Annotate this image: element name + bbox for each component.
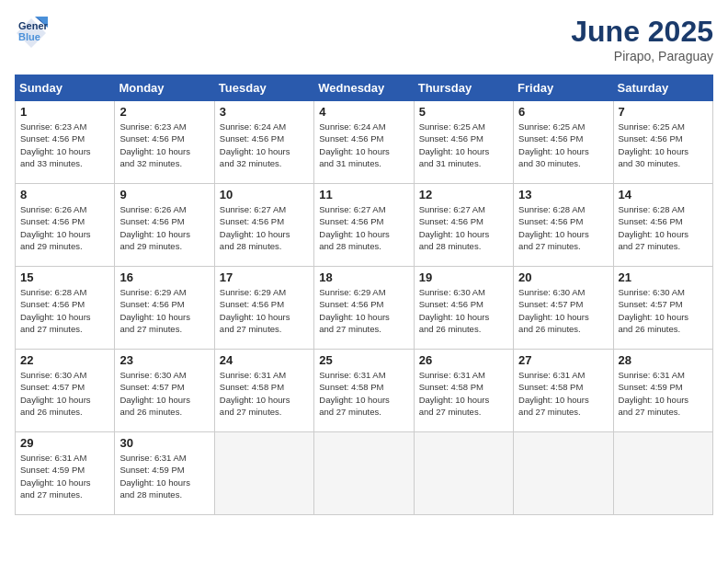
table-row: 4Sunrise: 6:24 AM Sunset: 4:56 PM Daylig… [314,101,414,184]
day-info: Sunrise: 6:30 AM Sunset: 4:57 PM Dayligh… [20,369,109,418]
day-number: 28 [619,353,708,367]
logo-icon: General Blue [15,15,48,48]
table-row [613,432,712,515]
table-row: 8Sunrise: 6:26 AM Sunset: 4:56 PM Daylig… [16,184,115,267]
col-wednesday: Wednesday [314,75,414,101]
day-number: 18 [319,270,408,284]
table-row: 18Sunrise: 6:29 AM Sunset: 4:56 PM Dayli… [314,267,414,350]
table-row: 11Sunrise: 6:27 AM Sunset: 4:56 PM Dayli… [314,184,414,267]
day-number: 26 [419,353,508,367]
table-row: 1Sunrise: 6:23 AM Sunset: 4:56 PM Daylig… [16,101,115,184]
col-tuesday: Tuesday [214,75,313,101]
day-number: 15 [20,270,109,284]
month-year: June 2025 [571,15,713,49]
day-number: 2 [119,105,209,119]
day-number: 24 [220,353,309,367]
day-info: Sunrise: 6:25 AM Sunset: 4:56 PM Dayligh… [518,121,608,169]
day-number: 27 [518,353,608,367]
day-info: Sunrise: 6:31 AM Sunset: 4:59 PM Dayligh… [119,452,209,500]
day-info: Sunrise: 6:27 AM Sunset: 4:56 PM Dayligh… [419,203,508,252]
table-row [314,432,414,515]
table-row: 7Sunrise: 6:25 AM Sunset: 4:56 PM Daylig… [613,101,712,184]
day-number: 22 [20,353,109,367]
day-number: 16 [119,270,209,284]
day-info: Sunrise: 6:26 AM Sunset: 4:56 PM Dayligh… [119,203,209,252]
calendar-row: 1Sunrise: 6:23 AM Sunset: 4:56 PM Daylig… [16,101,713,184]
day-number: 23 [119,353,209,367]
day-number: 30 [119,436,209,450]
day-number: 1 [20,105,109,119]
table-row [414,432,513,515]
table-row: 13Sunrise: 6:28 AM Sunset: 4:56 PM Dayli… [514,184,613,267]
svg-text:Blue: Blue [18,31,40,42]
day-info: Sunrise: 6:28 AM Sunset: 4:56 PM Dayligh… [619,203,708,252]
day-number: 25 [319,353,408,367]
table-row: 30Sunrise: 6:31 AM Sunset: 4:59 PM Dayli… [115,432,214,515]
day-info: Sunrise: 6:29 AM Sunset: 4:56 PM Dayligh… [119,286,209,335]
day-info: Sunrise: 6:28 AM Sunset: 4:56 PM Dayligh… [20,286,109,335]
table-row: 20Sunrise: 6:30 AM Sunset: 4:57 PM Dayli… [514,267,613,350]
table-row [514,432,613,515]
table-row: 27Sunrise: 6:31 AM Sunset: 4:58 PM Dayli… [514,350,613,432]
day-info: Sunrise: 6:30 AM Sunset: 4:57 PM Dayligh… [119,369,209,418]
day-number: 14 [619,188,708,201]
day-number: 20 [518,270,608,284]
table-row [214,432,313,515]
table-row: 26Sunrise: 6:31 AM Sunset: 4:58 PM Dayli… [414,350,513,432]
day-info: Sunrise: 6:31 AM Sunset: 4:58 PM Dayligh… [518,369,608,418]
day-number: 19 [419,270,508,284]
col-monday: Monday [115,75,214,101]
day-number: 4 [319,105,408,119]
col-saturday: Saturday [613,75,712,101]
day-number: 10 [220,188,309,201]
table-row: 24Sunrise: 6:31 AM Sunset: 4:58 PM Dayli… [214,350,313,432]
day-info: Sunrise: 6:30 AM Sunset: 4:57 PM Dayligh… [518,286,608,335]
table-row: 5Sunrise: 6:25 AM Sunset: 4:56 PM Daylig… [414,101,513,184]
day-info: Sunrise: 6:31 AM Sunset: 4:58 PM Dayligh… [319,369,408,418]
logo: General Blue [15,15,48,48]
day-info: Sunrise: 6:30 AM Sunset: 4:57 PM Dayligh… [619,286,708,335]
table-row: 15Sunrise: 6:28 AM Sunset: 4:56 PM Dayli… [16,267,115,350]
col-thursday: Thursday [414,75,513,101]
day-number: 29 [20,436,109,450]
table-row: 12Sunrise: 6:27 AM Sunset: 4:56 PM Dayli… [414,184,513,267]
table-row: 28Sunrise: 6:31 AM Sunset: 4:59 PM Dayli… [613,350,712,432]
table-row: 16Sunrise: 6:29 AM Sunset: 4:56 PM Dayli… [115,267,214,350]
day-number: 17 [220,270,309,284]
day-info: Sunrise: 6:23 AM Sunset: 4:56 PM Dayligh… [20,121,109,169]
table-row: 21Sunrise: 6:30 AM Sunset: 4:57 PM Dayli… [613,267,712,350]
day-number: 8 [20,188,109,201]
day-info: Sunrise: 6:26 AM Sunset: 4:56 PM Dayligh… [20,203,109,252]
table-row: 3Sunrise: 6:24 AM Sunset: 4:56 PM Daylig… [214,101,313,184]
table-row: 6Sunrise: 6:25 AM Sunset: 4:56 PM Daylig… [514,101,613,184]
calendar-table: Sunday Monday Tuesday Wednesday Thursday… [15,75,713,515]
day-info: Sunrise: 6:25 AM Sunset: 4:56 PM Dayligh… [619,121,708,169]
day-info: Sunrise: 6:29 AM Sunset: 4:56 PM Dayligh… [319,286,408,335]
day-info: Sunrise: 6:23 AM Sunset: 4:56 PM Dayligh… [119,121,209,169]
day-info: Sunrise: 6:28 AM Sunset: 4:56 PM Dayligh… [518,203,608,252]
table-row: 14Sunrise: 6:28 AM Sunset: 4:56 PM Dayli… [613,184,712,267]
day-number: 5 [419,105,508,119]
day-number: 6 [518,105,608,119]
calendar-row: 15Sunrise: 6:28 AM Sunset: 4:56 PM Dayli… [16,267,713,350]
location: Pirapo, Paraguay [571,49,713,63]
table-row: 2Sunrise: 6:23 AM Sunset: 4:56 PM Daylig… [115,101,214,184]
day-number: 11 [319,188,408,201]
day-number: 12 [419,188,508,201]
table-row: 10Sunrise: 6:27 AM Sunset: 4:56 PM Dayli… [214,184,313,267]
day-info: Sunrise: 6:31 AM Sunset: 4:59 PM Dayligh… [20,452,109,500]
table-row: 19Sunrise: 6:30 AM Sunset: 4:56 PM Dayli… [414,267,513,350]
header-row: Sunday Monday Tuesday Wednesday Thursday… [16,75,713,101]
day-number: 3 [220,105,309,119]
table-row: 25Sunrise: 6:31 AM Sunset: 4:58 PM Dayli… [314,350,414,432]
day-info: Sunrise: 6:24 AM Sunset: 4:56 PM Dayligh… [220,121,309,169]
table-row: 29Sunrise: 6:31 AM Sunset: 4:59 PM Dayli… [16,432,115,515]
day-info: Sunrise: 6:31 AM Sunset: 4:59 PM Dayligh… [619,369,708,418]
day-number: 13 [518,188,608,201]
table-row: 22Sunrise: 6:30 AM Sunset: 4:57 PM Dayli… [16,350,115,432]
day-info: Sunrise: 6:30 AM Sunset: 4:56 PM Dayligh… [419,286,508,335]
day-number: 21 [619,270,708,284]
day-info: Sunrise: 6:24 AM Sunset: 4:56 PM Dayligh… [319,121,408,169]
page-header: General Blue June 2025 Pirapo, Paraguay [15,15,713,63]
table-row: 9Sunrise: 6:26 AM Sunset: 4:56 PM Daylig… [115,184,214,267]
